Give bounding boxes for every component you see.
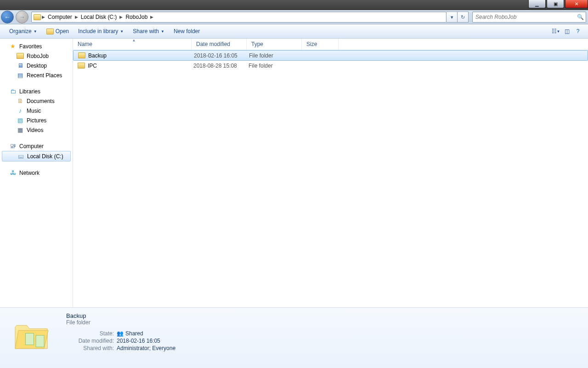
folder-icon bbox=[78, 52, 85, 59]
tree-item-desktop[interactable]: 🖥Desktop bbox=[0, 61, 73, 70]
details-folder-icon bbox=[6, 312, 57, 358]
window-minimize-button[interactable]: ▁ bbox=[528, 0, 546, 8]
refresh-button[interactable]: ↻ bbox=[458, 12, 469, 23]
chevron-down-icon: ▼ bbox=[161, 29, 164, 34]
tree-computer-header[interactable]: 🖳Computer bbox=[0, 141, 73, 151]
preview-pane-button[interactable]: ◫ bbox=[561, 26, 572, 37]
file-type: File folder bbox=[249, 63, 304, 69]
details-pane: Backup File folder State: 👥Shared Date m… bbox=[0, 307, 588, 368]
disk-icon: 🖴 bbox=[17, 153, 24, 160]
documents-icon: 🗎 bbox=[17, 98, 24, 105]
chevron-right-icon: ▶ bbox=[119, 15, 124, 19]
tree-item-recent-places[interactable]: ▤Recent Places bbox=[0, 70, 73, 80]
column-name[interactable]: Name▲ bbox=[73, 39, 192, 50]
shared-icon: 👥 bbox=[117, 330, 124, 337]
file-type: File folder bbox=[249, 52, 304, 59]
star-icon: ★ bbox=[9, 43, 17, 50]
details-state-label: State: bbox=[66, 330, 117, 337]
open-button[interactable]: Open bbox=[42, 28, 74, 35]
videos-icon: ▦ bbox=[17, 126, 24, 134]
svg-rect-1 bbox=[36, 335, 44, 347]
breadcrumb-computer[interactable]: Computer bbox=[46, 14, 74, 20]
column-date-modified[interactable]: Date modified bbox=[192, 39, 247, 50]
address-history-button[interactable]: ▾ bbox=[447, 12, 458, 23]
navigation-bar: ← → ▶ Computer ▶ Local Disk (C:) ▶ RoboJ… bbox=[0, 10, 588, 24]
music-icon: ♪ bbox=[17, 107, 24, 115]
pictures-icon: ▧ bbox=[17, 117, 24, 124]
search-box[interactable]: 🔍 bbox=[472, 12, 586, 23]
search-input[interactable] bbox=[475, 13, 577, 21]
folder-icon bbox=[78, 62, 85, 69]
tree-libraries-header[interactable]: 🗀Libraries bbox=[0, 86, 73, 96]
address-bar[interactable]: ▶ Computer ▶ Local Disk (C:) ▶ RoboJob ▶ bbox=[31, 12, 447, 23]
tree-item-pictures[interactable]: ▧Pictures bbox=[0, 115, 73, 125]
libraries-icon: 🗀 bbox=[9, 88, 17, 95]
chevron-down-icon: ▼ bbox=[120, 29, 124, 34]
file-row[interactable]: Backup 2018-02-16 16:05 File folder bbox=[73, 50, 588, 61]
details-sharedwith-label: Shared with: bbox=[66, 345, 117, 351]
details-modified-label: Date modified: bbox=[66, 338, 117, 344]
tree-item-videos[interactable]: ▦Videos bbox=[0, 125, 73, 135]
network-icon: 🖧 bbox=[9, 169, 17, 177]
open-folder-icon bbox=[46, 28, 54, 35]
file-date: 2018-08-28 15:08 bbox=[193, 63, 249, 69]
tree-network-header[interactable]: 🖧Network bbox=[0, 168, 73, 178]
nav-forward-button[interactable]: → bbox=[16, 11, 28, 23]
navigation-tree: ★Favorites RoboJob 🖥Desktop ▤Recent Plac… bbox=[0, 39, 73, 307]
sort-ascending-icon: ▲ bbox=[132, 38, 136, 42]
nav-back-button[interactable]: ← bbox=[1, 11, 14, 23]
file-rows: Backup 2018-02-16 16:05 File folder IPC … bbox=[73, 50, 588, 307]
svg-rect-0 bbox=[26, 334, 34, 345]
organize-menu[interactable]: Organize▼ bbox=[5, 28, 42, 34]
tree-item-music[interactable]: ♪Music bbox=[0, 106, 73, 115]
search-icon: 🔍 bbox=[577, 14, 584, 20]
chevron-right-icon: ▶ bbox=[74, 15, 79, 19]
details-modified: 2018-02-16 16:05 bbox=[117, 338, 582, 344]
new-folder-button[interactable]: New folder bbox=[169, 28, 204, 34]
folder-icon bbox=[34, 13, 41, 21]
breadcrumb-localdisk[interactable]: Local Disk (C:) bbox=[79, 14, 119, 20]
tree-item-documents[interactable]: 🗎Documents bbox=[0, 96, 73, 106]
chevron-down-icon: ▼ bbox=[34, 29, 37, 34]
window-titlebar: ▁ ▣ ✕ bbox=[0, 0, 588, 10]
include-in-library-menu[interactable]: Include in library▼ bbox=[74, 28, 128, 34]
file-row[interactable]: IPC 2018-08-28 15:08 File folder bbox=[73, 61, 588, 70]
column-size[interactable]: Size bbox=[302, 39, 339, 50]
toolbar: Organize▼ Open Include in library▼ Share… bbox=[0, 24, 588, 39]
file-date: 2018-02-16 16:05 bbox=[194, 52, 249, 59]
details-sharedwith: Administrator; Everyone bbox=[117, 345, 582, 351]
window-close-button[interactable]: ✕ bbox=[565, 0, 588, 8]
column-headers: Name▲ Date modified Type Size bbox=[73, 39, 588, 50]
file-name: IPC bbox=[88, 63, 97, 69]
view-options-button[interactable]: ☷ ▼ bbox=[550, 26, 561, 37]
computer-icon: 🖳 bbox=[9, 143, 17, 150]
chevron-right-icon: ▶ bbox=[41, 15, 46, 19]
tree-item-robojob[interactable]: RoboJob bbox=[0, 51, 73, 61]
tree-favorites-header[interactable]: ★Favorites bbox=[0, 41, 73, 51]
file-name: Backup bbox=[88, 52, 107, 59]
column-type[interactable]: Type bbox=[247, 39, 302, 50]
recent-places-icon: ▤ bbox=[17, 72, 24, 79]
breadcrumb-robojob[interactable]: RoboJob bbox=[124, 14, 149, 20]
share-with-menu[interactable]: Share with▼ bbox=[128, 28, 169, 34]
details-state: Shared bbox=[125, 330, 143, 337]
folder-icon bbox=[17, 52, 24, 60]
window-maximize-button[interactable]: ▣ bbox=[547, 0, 564, 8]
details-title: Backup bbox=[66, 312, 582, 319]
details-subtitle: File folder bbox=[66, 319, 582, 326]
tree-item-local-disk[interactable]: 🖴Local Disk (C:) bbox=[2, 151, 71, 161]
chevron-right-icon: ▶ bbox=[149, 15, 154, 19]
help-button[interactable]: ? bbox=[572, 26, 583, 37]
file-list-pane: Name▲ Date modified Type Size Backup 201… bbox=[73, 39, 588, 307]
desktop-icon: 🖥 bbox=[17, 62, 24, 69]
